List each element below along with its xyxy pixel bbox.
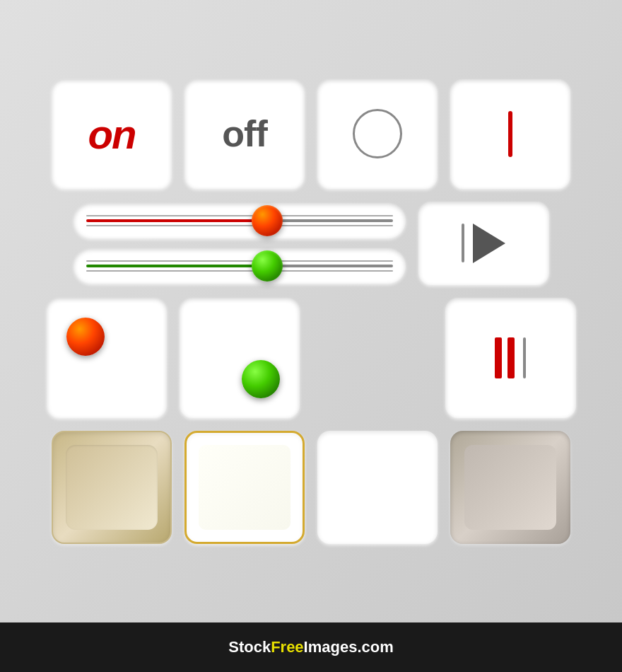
style-button-plain[interactable] [317, 431, 438, 544]
line-button[interactable] [450, 79, 570, 189]
red-slider[interactable] [74, 203, 406, 238]
footer-images: Images.com [304, 638, 394, 656]
circle-button[interactable] [317, 79, 438, 189]
pause-button[interactable] [445, 298, 576, 418]
dark-inner [464, 445, 556, 530]
play-triangle [473, 224, 505, 263]
footer-bar: StockFreeImages.com [0, 622, 622, 672]
off-label: off [222, 112, 266, 155]
pause-bars [495, 337, 515, 378]
on-button[interactable]: on [52, 79, 172, 189]
tan-inner [66, 445, 158, 530]
style-button-dark[interactable] [450, 431, 570, 544]
footer-stock: Stock [228, 638, 271, 656]
off-button[interactable]: off [184, 79, 305, 189]
main-area: on off [0, 0, 622, 622]
row-2 [74, 202, 549, 285]
footer-free: Free [271, 638, 303, 656]
green-indicator-button[interactable] [180, 298, 300, 418]
green-dot-icon [242, 360, 280, 398]
row-3 [47, 298, 576, 418]
play-icon [462, 224, 505, 263]
power-line-icon [508, 111, 512, 157]
circle-icon [353, 109, 402, 158]
red-dot-icon [66, 318, 105, 356]
green-slider[interactable] [74, 248, 406, 284]
green-slider-thumb[interactable] [252, 250, 283, 282]
pause-bar-1 [495, 337, 502, 378]
red-slider-track [86, 217, 393, 224]
style-button-tan[interactable] [52, 431, 172, 544]
pause-bar-2 [507, 337, 515, 378]
red-slider-thumb[interactable] [252, 205, 283, 236]
play-button[interactable] [418, 202, 549, 285]
row-4 [52, 431, 570, 544]
pause-icon [495, 337, 526, 378]
on-label: on [88, 110, 136, 158]
gold-inner [199, 445, 291, 530]
pause-vline [523, 337, 526, 378]
style-button-gold[interactable] [184, 431, 305, 544]
footer-brand: StockFreeImages.com [228, 638, 394, 656]
row-1: on off [52, 79, 570, 189]
play-vline [462, 224, 464, 262]
red-indicator-button[interactable] [47, 298, 167, 418]
green-slider-track [86, 262, 393, 270]
sliders-column [74, 203, 406, 284]
